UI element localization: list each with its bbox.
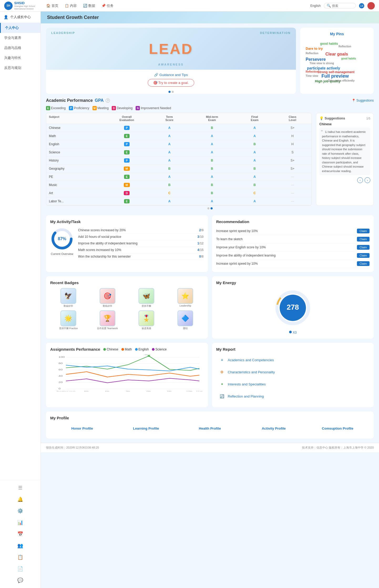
dot-2[interactable] xyxy=(172,91,174,93)
sug-text: Li taikui has excellent academic perform… xyxy=(322,130,366,173)
claim-button-4[interactable]: Claim xyxy=(357,253,370,258)
report-item-reflection[interactable]: 🔄 Reflection and Planning xyxy=(216,391,370,401)
search-input[interactable] xyxy=(332,4,353,8)
report-label-reflection: Reflection and Planning xyxy=(228,394,264,398)
table-row: Geography M B B B S+ xyxy=(46,165,311,173)
table-row: Art D C B C — xyxy=(46,189,311,197)
nav-content[interactable]: 📋 内容 xyxy=(65,3,77,8)
table-row: Labor Te... E A A A — xyxy=(46,197,311,205)
svg-text:40: 40 xyxy=(59,375,63,378)
report-item-interests[interactable]: ✦ Interests and Specialities xyxy=(216,379,370,389)
lead-banner: LEADERSHIP DETERMINATION LEAD AWARENESS xyxy=(46,28,296,70)
profile-tab-learning[interactable]: Learning Profile xyxy=(114,423,178,434)
sidebar-item-interests[interactable]: 兴趣与特长 xyxy=(0,53,40,63)
table-header-row: Subject OverallEvaluation TermScore Mid-… xyxy=(46,113,311,124)
top-navigation: SH SHSID Shanghai High School Internatio… xyxy=(0,0,379,12)
legend-dot-math xyxy=(121,348,124,351)
th-subject: Subject xyxy=(46,113,103,124)
profile-tab-consumption[interactable]: Comsuption Profile xyxy=(306,423,370,434)
academic-content: Subject OverallEvaluation TermScore Mid-… xyxy=(46,113,374,206)
hero-card: LEADERSHIP DETERMINATION LEAD AWARENESS … xyxy=(46,28,296,94)
badge-img-8: 🔷 xyxy=(177,310,193,326)
profile-tab-honor[interactable]: Honor Profile xyxy=(50,423,114,434)
activity-inner: 87% Current Overview Chinese scores incr… xyxy=(50,227,204,260)
logo-text-inner: SH xyxy=(7,4,10,7)
subject-labor: Labor Te... xyxy=(46,197,103,205)
sidebar-icon-settings[interactable]: ⚙️ xyxy=(0,505,40,516)
badge-label-8: 团结 xyxy=(183,327,188,330)
sidebar-item-reflection[interactable]: 反思与规划 xyxy=(0,63,40,73)
sidebar-icon-chart[interactable]: 📊 xyxy=(0,517,40,528)
sidebar-icon-doc[interactable]: 📄 xyxy=(0,563,40,574)
claim-button-1[interactable]: Claim xyxy=(357,229,370,233)
overall-art: D xyxy=(103,189,150,197)
th-overall: OverallEvaluation xyxy=(103,113,150,124)
search-box[interactable]: 🔍 xyxy=(324,3,356,8)
nav-data[interactable]: 🔄 数据 xyxy=(83,3,95,8)
assignments-report-section: Assignments Performance Chinese Math Eng… xyxy=(41,343,379,411)
mid-math: A xyxy=(188,132,236,140)
user-avatar[interactable] xyxy=(367,2,375,9)
nav-home[interactable]: 🏠 首页 xyxy=(46,3,58,8)
gpa-badge: GPA xyxy=(95,98,104,103)
sidebar-icon-user[interactable]: 👥 xyxy=(0,540,40,551)
report-item-academics[interactable]: ≡ Academics and Competencies xyxy=(216,355,370,365)
svg-text:8th: 8th xyxy=(146,390,151,391)
table-row: Chinese P A B A S+ xyxy=(46,124,311,132)
create-goal-button[interactable]: 🎯 Try to create a goal. xyxy=(148,79,194,87)
chart-area: 100 80 60 40 20 0 xyxy=(50,355,204,391)
sidebar-icon-table[interactable]: 📋 xyxy=(0,552,40,563)
sug-subject: Chinese xyxy=(319,122,370,126)
sidebar-item-character[interactable]: 品德与品格 xyxy=(0,43,40,53)
footer-left: 报告生成时间：2020年12月06日08:48:25 xyxy=(46,446,99,450)
notification-badge[interactable]: 14 xyxy=(359,3,364,8)
energy-title: My Energy xyxy=(216,280,370,285)
wc-word-ref: Reflection xyxy=(306,52,318,55)
assignments-card: Assignments Performance Chinese Math Eng… xyxy=(46,343,208,407)
claim-button-5[interactable]: Claim xyxy=(357,261,370,266)
sidebar-item-academic[interactable]: 学业与素养 xyxy=(0,33,40,43)
badge-label-4: Leadership xyxy=(180,304,191,307)
profile-title: My Profile xyxy=(50,416,370,420)
table-row: Music M B B B — xyxy=(46,181,311,189)
sidebar-item-personal[interactable]: 个人中心 xyxy=(0,23,40,33)
term-science: A xyxy=(150,148,188,156)
wc-word-9: Reflection xyxy=(306,70,318,73)
sidebar-header: 👤 个人成长中心 xyxy=(0,12,40,23)
claim-button-3[interactable]: Claim xyxy=(357,245,370,250)
next-suggestion-button[interactable]: › xyxy=(365,177,370,183)
prev-suggestion-button[interactable]: ‹ xyxy=(357,177,363,183)
report-item-characteristics[interactable]: ⚙ Characteristics and Personality xyxy=(216,367,370,377)
recommend-card: Recommendation Increase sprint speed by … xyxy=(212,215,374,272)
nav-task[interactable]: 📌 任务 xyxy=(101,3,114,8)
class-labor: — xyxy=(274,197,311,205)
language-selector[interactable]: English xyxy=(310,4,321,8)
class-math: H xyxy=(274,132,311,140)
info-icon[interactable]: ? xyxy=(106,98,110,103)
sidebar-icon-menu[interactable]: ☰ xyxy=(0,482,40,493)
claim-button-2[interactable]: Claim xyxy=(357,237,370,242)
sidebar-item-label-academic: 学业与素养 xyxy=(4,36,21,40)
guidance-link[interactable]: 🔗 Guidance and Tips xyxy=(50,73,292,77)
table-dot-2[interactable] xyxy=(211,207,213,209)
task-name-1: Chinese scores increased by 20% xyxy=(78,228,126,232)
report-card: My Report ≡ Academics and Competencies ⚙… xyxy=(212,343,374,407)
profile-section: My Profile Honor Profile Learning Profil… xyxy=(41,411,379,443)
dot-1[interactable] xyxy=(168,91,171,93)
legend-badge-M: M xyxy=(93,106,97,110)
assign-header: Assignments Performance Chinese Math Eng… xyxy=(50,347,204,351)
suggestions-link[interactable]: 📍 Suggestions xyxy=(352,99,374,102)
sidebar-icon-calendar[interactable]: 📅 xyxy=(0,529,40,540)
profile-tab-health[interactable]: Health Profile xyxy=(178,423,242,434)
rec-name-3: Improve your English score by 10% xyxy=(216,245,266,249)
term-labor: A xyxy=(150,197,188,205)
sidebar-icon-chat[interactable]: 💬 xyxy=(0,575,40,586)
mid-pe: A xyxy=(188,173,236,181)
subject-music: Music xyxy=(46,181,103,189)
table-dot-1[interactable] xyxy=(207,207,209,209)
rec-name-2: To learn the sketch xyxy=(216,237,243,241)
sidebar-icon-bell[interactable]: 🔔 xyxy=(0,494,40,505)
profile-tab-activity[interactable]: Activity Profile xyxy=(242,423,306,434)
badge-item-4: ⭐ Leadership xyxy=(167,288,203,308)
rec-name-5: Increase sprint speed by 10% xyxy=(216,262,258,265)
